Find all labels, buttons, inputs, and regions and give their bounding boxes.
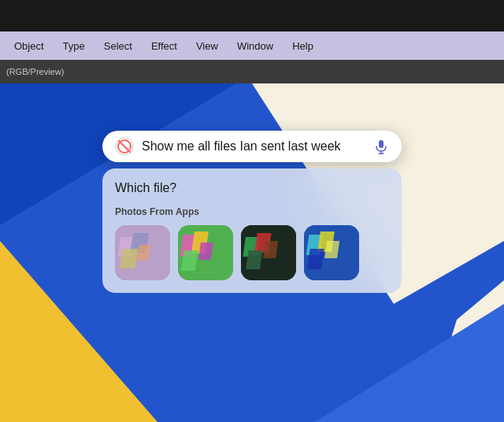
canvas-area: Show me all files Ian sent last week Whi… (0, 83, 504, 422)
search-bar[interactable]: Show me all files Ian sent last week (102, 131, 402, 162)
menu-item-select[interactable]: Select (96, 37, 140, 55)
menu-item-effect[interactable]: Effect (143, 37, 185, 55)
results-title: Which file? (115, 181, 389, 195)
menu-item-help[interactable]: Help (284, 37, 321, 55)
doc-label: (RGB/Preview) (6, 67, 64, 76)
menu-item-view[interactable]: View (188, 37, 226, 55)
search-results-panel: Which file? Photos From Apps (102, 168, 402, 293)
app-icon-3[interactable] (241, 225, 296, 280)
search-overlay: Show me all files Ian sent last week Whi… (102, 131, 402, 293)
siri-icon (115, 137, 134, 156)
svg-rect-20 (181, 250, 198, 271)
svg-rect-21 (198, 242, 213, 260)
svg-rect-26 (263, 241, 278, 258)
svg-rect-31 (324, 241, 339, 258)
svg-line-8 (119, 141, 130, 152)
menu-bar: Object Type Select Effect View Window He… (0, 31, 504, 60)
search-query-text: Show me all files Ian sent last week (142, 139, 365, 154)
svg-rect-9 (379, 140, 384, 148)
app-icon-2[interactable] (178, 225, 233, 280)
doc-bar: (RGB/Preview) (0, 60, 504, 83)
menu-item-window[interactable]: Window (229, 37, 281, 55)
microphone-icon[interactable] (373, 139, 389, 154)
svg-rect-30 (307, 249, 324, 269)
app-icon-1[interactable] (115, 225, 170, 280)
menu-item-object[interactable]: Object (6, 37, 52, 55)
menu-item-type[interactable]: Type (55, 37, 93, 55)
app-icon-4[interactable] (304, 225, 359, 280)
app-icons-row (115, 225, 389, 280)
section-label: Photos From Apps (115, 206, 389, 217)
top-bar (0, 0, 504, 31)
svg-rect-25 (246, 250, 262, 269)
